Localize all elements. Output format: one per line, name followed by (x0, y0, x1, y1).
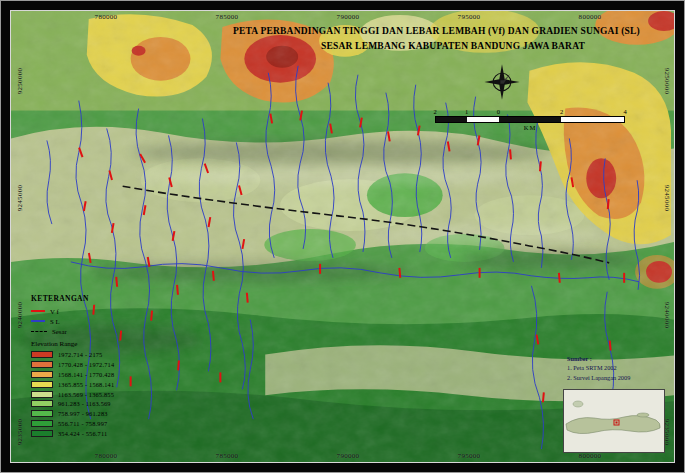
coordinate-label-left: 9245000 (16, 185, 24, 212)
elevation-range-label: 1163.569 - 1365.855 (58, 391, 114, 398)
elevation-range-label: 1365.855 - 1568.141 (58, 381, 114, 388)
compass-rose-icon (483, 63, 521, 101)
legend-item-sl: S L (31, 316, 114, 326)
legend-title: KETERANGAN (31, 294, 114, 303)
coordinate-label-right: 9240000 (663, 302, 671, 329)
vf-symbol-icon (31, 310, 45, 312)
source-line: 2. Survei Lapangan 2009 (567, 373, 630, 382)
elevation-class-row: 1365.855 - 1568.141 (31, 379, 114, 389)
elevation-swatch (31, 371, 53, 378)
map-title: PETA PERBANDINGAN TINGGI DAN LEBAR LEMBA… (233, 24, 673, 54)
legend-item-label: V f (50, 308, 59, 315)
source-note: Sumber : 1. Peta SRTM 2002 2. Survei Lap… (567, 354, 630, 382)
scale-tick-label: 2 (433, 108, 436, 115)
source-line: 1. Peta SRTM 2002 (567, 363, 630, 372)
elevation-range-label: 1568.141 - 1770.428 (58, 371, 114, 378)
scale-bar-labels: 2 1 0 2 4 (435, 108, 625, 116)
legend-item-label: S L (50, 318, 60, 325)
legend: KETERANGAN V f S L Sesar Elevation Range… (31, 294, 114, 438)
map-title-line2: SESAR LEMBANG KABUPATEN BANDUNG JAWA BAR… (233, 39, 673, 54)
coordinate-label-left: 9250000 (16, 68, 24, 95)
map-title-line1: PETA PERBANDINGAN TINGGI DAN LEBAR LEMBA… (233, 24, 673, 39)
elevation-class-row: 1163.569 - 1365.855 (31, 389, 114, 399)
inset-java-island (564, 390, 664, 452)
scale-bar: 2 1 0 2 4 KM (435, 108, 625, 131)
source-heading: Sumber : (567, 354, 630, 363)
scale-bar-unit: KM (435, 124, 625, 131)
elevation-range-label: 1770.428 - 1972.714 (58, 361, 114, 368)
elevation-class-row: 556.711 - 758.997 (31, 419, 114, 429)
elevation-range-label: 1972.714 - 2175 (58, 351, 102, 358)
elevation-swatch (31, 400, 53, 407)
elevation-class-row: 961.283 - 1163.569 (31, 399, 114, 409)
scale-tick-label: 0 (497, 108, 500, 115)
sl-symbol-icon (31, 320, 45, 322)
coordinate-label-left: 9240000 (16, 302, 24, 329)
elevation-swatch (31, 391, 53, 398)
elevation-swatch (31, 410, 53, 417)
coordinate-label-bottom: 795000 (458, 452, 481, 460)
elevation-class-row: 354.424 - 556.711 (31, 428, 114, 438)
coordinate-label-top: 790000 (337, 13, 360, 21)
elevation-class-row: 1568.141 - 1770.428 (31, 370, 114, 380)
coordinate-label-left: 9235000 (16, 419, 24, 446)
elevation-swatch (31, 381, 53, 388)
inset-locator-map (563, 389, 665, 453)
elevation-range-label: 354.424 - 556.711 (58, 430, 107, 437)
coordinate-label-top: 780000 (95, 13, 118, 21)
legend-item-sesar: Sesar (31, 326, 114, 336)
elevation-class-row: 758.997 - 961.283 (31, 409, 114, 419)
coordinate-label-bottom: 790000 (337, 452, 360, 460)
coordinate-label-bottom: 800000 (579, 452, 602, 460)
scale-tick-label: 4 (623, 108, 626, 115)
elevation-range-label: 961.283 - 1163.569 (58, 400, 111, 407)
scale-bar-segments (435, 116, 625, 123)
coordinate-label-bottom: 785000 (216, 452, 239, 460)
elevation-swatch (31, 351, 53, 358)
elevation-swatch (31, 420, 53, 427)
coordinate-label-top: 785000 (216, 13, 239, 21)
elevation-class-row: 1770.428 - 1972.714 (31, 360, 114, 370)
fault-symbol-icon (31, 331, 47, 332)
map-canvas: PETA PERBANDINGAN TINGGI DAN LEBAR LEMBA… (10, 10, 675, 463)
coordinate-label-right: 9235000 (663, 419, 671, 446)
scale-tick-label: 1 (465, 108, 468, 115)
elevation-range-label: 556.711 - 758.997 (58, 420, 107, 427)
scale-tick-label: 2 (560, 108, 563, 115)
elevation-class-row: 1972.714 - 2175 (31, 350, 114, 360)
coordinate-label-bottom: 780000 (95, 452, 118, 460)
coordinate-label-top: 795000 (458, 13, 481, 21)
legend-item-label: Sesar (52, 328, 67, 335)
coordinate-label-right: 9250000 (663, 68, 671, 95)
elevation-range-label: 758.997 - 961.283 (58, 410, 108, 417)
map-frame: PETA PERBANDINGAN TINGGI DAN LEBAR LEMBA… (0, 0, 685, 473)
legend-item-vf: V f (31, 306, 114, 316)
coordinate-label-top: 800000 (579, 13, 602, 21)
elevation-range-title: Elevation Range (31, 340, 114, 348)
elevation-swatch (31, 361, 53, 368)
coordinate-label-right: 9245000 (663, 185, 671, 212)
elevation-swatch (31, 430, 53, 437)
